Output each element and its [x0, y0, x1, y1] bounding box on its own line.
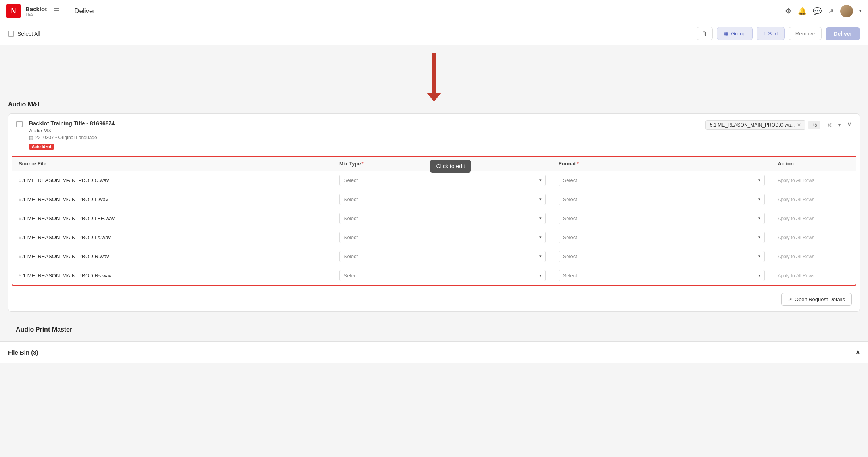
cell-source-file: 5.1 ME_REASON_MAIN_PROD.C.wav — [12, 171, 333, 190]
cell-action: Apply to All Rows — [771, 228, 856, 247]
format-value: Select — [563, 253, 577, 259]
mix-type-value: Select — [344, 215, 358, 221]
cell-source-file: 5.1 ME_REASON_MAIN_PROD.Ls.wav — [12, 228, 333, 247]
table-header-row: Source File Mix Type* Format* Action — [12, 157, 856, 171]
cell-format[interactable]: Select ▾ — [552, 266, 772, 285]
format-value: Select — [563, 215, 577, 221]
app-logo: N — [6, 4, 21, 18]
apply-to-all-rows-button[interactable]: Apply to All Rows — [778, 235, 814, 240]
table-body: 5.1 ME_REASON_MAIN_PROD.C.wav Select ▾ S… — [12, 171, 856, 285]
cell-mix-type[interactable]: Select ▾ — [333, 247, 552, 266]
file-tag[interactable]: 5.1 ME_REASON_MAIN_PROD.C.wa... ✕ — [705, 120, 805, 130]
cell-format[interactable]: Select ▾ — [552, 228, 772, 247]
mix-type-select[interactable]: Select ▾ — [339, 213, 546, 224]
bell-icon[interactable]: 🔔 — [798, 7, 807, 15]
open-request-button[interactable]: ↗ Open Request Details — [781, 293, 852, 306]
cell-action: Apply to All Rows — [771, 190, 856, 209]
format-chevron: ▾ — [758, 273, 760, 278]
group-icon: ▦ — [724, 31, 728, 36]
mix-type-value: Select — [344, 273, 358, 278]
section-title-audio-print: Audio Print Master — [8, 320, 860, 333]
apply-to-all-rows-button[interactable]: Apply to All Rows — [778, 197, 814, 202]
format-select[interactable]: Select ▾ — [559, 175, 765, 186]
cell-mix-type[interactable]: Select ▾ — [333, 171, 552, 190]
card-footer: ↗ Open Request Details — [8, 289, 860, 311]
open-request-label: Open Request Details — [795, 296, 845, 302]
filter-button[interactable]: ⇅ — [697, 27, 713, 40]
avatar-chevron[interactable]: ▾ — [859, 8, 862, 13]
col-header-format: Format* — [552, 157, 772, 171]
format-chevron: ▾ — [758, 197, 760, 202]
card-title: Backlot Training Title - 81696874 — [29, 120, 699, 127]
mix-type-select[interactable]: Select ▾ — [339, 194, 546, 205]
remove-button[interactable]: Remove — [789, 27, 822, 40]
file-tag-close-icon[interactable]: ✕ — [797, 122, 801, 128]
mix-type-select[interactable]: Select ▾ — [339, 232, 546, 243]
sort-label: Sort — [768, 31, 778, 36]
cell-format[interactable]: Select ▾ — [552, 171, 772, 190]
auto-ident-badge: Auto Ident — [29, 144, 54, 150]
gear-icon[interactable]: ⚙ — [785, 7, 791, 15]
group-label: Group — [731, 31, 745, 36]
card-clear-icon[interactable]: ✕ — [827, 121, 832, 129]
cell-source-file: 5.1 ME_REASON_MAIN_PROD.R.wav — [12, 247, 333, 266]
file-count-badge[interactable]: +5 — [808, 121, 820, 129]
deliver-label: Deliver — [833, 31, 852, 37]
format-required: * — [577, 161, 579, 167]
cell-source-file: 5.1 ME_REASON_MAIN_PROD.Rs.wav — [12, 266, 333, 285]
sort-button[interactable]: ↕ Sort — [757, 27, 785, 40]
table-row: 5.1 ME_REASON_MAIN_PROD.C.wav Select ▾ S… — [12, 171, 856, 190]
format-value: Select — [563, 273, 577, 278]
apply-to-all-rows-button[interactable]: Apply to All Rows — [778, 178, 814, 183]
apply-to-all-rows-button[interactable]: Apply to All Rows — [778, 273, 814, 278]
col-header-mix-type: Mix Type* — [333, 157, 552, 171]
toolbar: Select All ⇅ ▦ Group ↕ Sort Remove Deliv… — [0, 22, 868, 45]
select-all-checkbox[interactable] — [8, 31, 14, 37]
apply-to-all-rows-button[interactable]: Apply to All Rows — [778, 254, 814, 259]
hamburger-icon[interactable]: ☰ — [53, 7, 60, 15]
avatar[interactable] — [840, 5, 853, 17]
table-row: 5.1 ME_REASON_MAIN_PROD.L.wav Select ▾ S… — [12, 190, 856, 209]
file-bin-label: File Bin (8) — [8, 349, 38, 356]
cell-format[interactable]: Select ▾ — [552, 247, 772, 266]
format-value: Select — [563, 177, 577, 183]
cell-format[interactable]: Select ▾ — [552, 190, 772, 209]
card-dropdown-arrow-icon[interactable]: ▾ — [838, 122, 841, 128]
card-meta: ▤ 2210307 • Original Language — [29, 135, 699, 140]
card-checkbox[interactable] — [16, 121, 23, 127]
apply-to-all-rows-button[interactable]: Apply to All Rows — [778, 216, 814, 221]
format-select[interactable]: Select ▾ — [559, 270, 765, 281]
format-select[interactable]: Select ▾ — [559, 213, 765, 224]
card-files: 5.1 ME_REASON_MAIN_PROD.C.wa... ✕ +5 ✕ ▾ — [705, 120, 841, 130]
select-all-label: Select All — [17, 31, 40, 37]
mix-type-select[interactable]: Select ▾ — [339, 175, 546, 186]
cell-action: Apply to All Rows — [771, 247, 856, 266]
format-select[interactable]: Select ▾ — [559, 251, 765, 262]
mix-type-value: Select — [344, 253, 358, 259]
card-expand-icon[interactable]: ∨ — [847, 120, 852, 128]
mix-type-select[interactable]: Select ▾ — [339, 251, 546, 262]
format-chevron: ▾ — [758, 235, 760, 240]
card-meta-text: 2210307 • Original Language — [35, 135, 97, 140]
group-button[interactable]: ▦ Group — [717, 27, 752, 40]
cell-mix-type[interactable]: Select ▾ — [333, 266, 552, 285]
cell-mix-type[interactable]: Select ▾ — [333, 209, 552, 228]
format-select[interactable]: Select ▾ — [559, 232, 765, 243]
cell-mix-type[interactable]: Select ▾ — [333, 228, 552, 247]
mix-type-chevron: ▾ — [539, 235, 542, 240]
table-row: 5.1 ME_REASON_MAIN_PROD.R.wav Select ▾ S… — [12, 247, 856, 266]
main-content: Audio M&E Backlot Training Title - 81696… — [0, 45, 868, 341]
file-bin[interactable]: File Bin (8) ∧ — [0, 341, 868, 363]
cell-source-file: 5.1 ME_REASON_MAIN_PROD.L.wav — [12, 190, 333, 209]
mix-type-value: Select — [344, 196, 358, 202]
external-link-icon[interactable]: ↗ — [828, 7, 834, 15]
format-chevron: ▾ — [758, 216, 760, 221]
format-chevron: ▾ — [758, 254, 760, 259]
cell-mix-type[interactable]: Select ▾ — [333, 190, 552, 209]
cell-action: Apply to All Rows — [771, 171, 856, 190]
cell-format[interactable]: Select ▾ — [552, 209, 772, 228]
format-select[interactable]: Select ▾ — [559, 194, 765, 205]
deliver-button[interactable]: Deliver — [826, 27, 860, 40]
mix-type-select[interactable]: Select ▾ — [339, 270, 546, 281]
chat-icon[interactable]: 💬 — [813, 7, 822, 15]
